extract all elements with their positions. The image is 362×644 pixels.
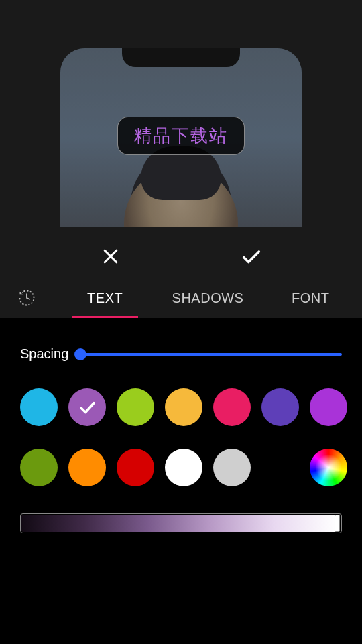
text-element[interactable]: 精品下载站	[117, 117, 245, 155]
color-swatch-0[interactable]	[20, 388, 58, 426]
color-swatch-grid	[20, 388, 342, 486]
tab-text[interactable]: TEXT	[54, 278, 156, 318]
history-icon	[17, 288, 36, 307]
brightness-slider[interactable]	[20, 513, 342, 533]
history-button[interactable]	[0, 278, 54, 318]
color-swatch-7[interactable]	[20, 449, 58, 486]
preview-area: 精品下载站	[0, 0, 362, 227]
color-picker-swatch[interactable]	[310, 449, 347, 486]
color-swatch-6[interactable]	[310, 388, 347, 426]
action-row	[0, 227, 362, 278]
color-swatch-8[interactable]	[68, 449, 106, 486]
tab-font[interactable]: FONT	[259, 278, 362, 318]
spacing-label: Spacing	[20, 346, 68, 362]
color-swatch-10[interactable]	[165, 449, 202, 486]
spacing-control: Spacing	[20, 346, 342, 362]
brightness-gradient	[21, 515, 337, 532]
color-swatch-2[interactable]	[117, 388, 154, 426]
spacing-slider-thumb[interactable]	[74, 348, 86, 360]
color-swatch-4[interactable]	[213, 388, 251, 426]
color-swatch-11[interactable]	[213, 449, 251, 486]
phone-mockup: 精品下载站	[60, 48, 302, 227]
color-swatch-9[interactable]	[117, 449, 154, 486]
options-panel: Spacing	[0, 318, 362, 644]
check-icon	[240, 245, 263, 268]
check-icon	[77, 397, 97, 417]
tab-bar: TEXT SHADOWS FONT	[0, 278, 362, 318]
spacing-slider[interactable]	[80, 353, 342, 356]
color-swatch-1[interactable]	[68, 388, 106, 426]
color-swatch-3[interactable]	[165, 388, 202, 426]
close-icon	[101, 246, 121, 266]
brightness-handle[interactable]	[335, 515, 340, 532]
color-swatch-12[interactable]	[261, 449, 299, 486]
close-button[interactable]	[95, 240, 127, 272]
tab-shadows[interactable]: SHADOWS	[156, 278, 259, 318]
confirm-button[interactable]	[235, 240, 267, 272]
color-swatch-5[interactable]	[261, 388, 299, 426]
